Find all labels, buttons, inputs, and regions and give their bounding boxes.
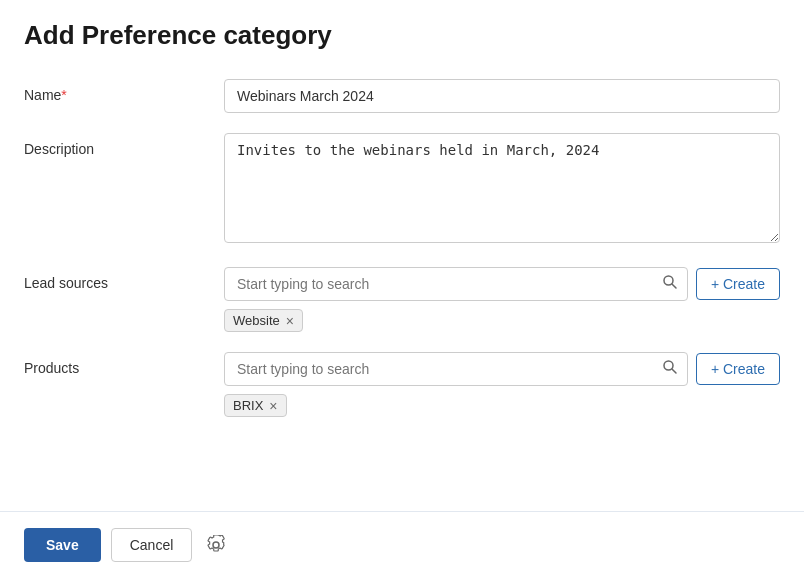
products-label: Products — [24, 352, 224, 376]
description-row: Description Invites to the webinars held… — [24, 133, 780, 247]
lead-sources-tag-list: Website × — [224, 309, 780, 332]
footer: Save Cancel — [0, 511, 804, 578]
products-input-wrapper — [224, 352, 688, 386]
save-button[interactable]: Save — [24, 528, 101, 562]
page-title: Add Preference category — [24, 20, 780, 51]
lead-sources-tag-website-remove[interactable]: × — [286, 314, 294, 328]
products-wrapper: + Create BRIX × — [224, 352, 780, 417]
lead-sources-create-button[interactable]: + Create — [696, 268, 780, 300]
products-search-input[interactable] — [224, 352, 688, 386]
lead-sources-label: Lead sources — [24, 267, 224, 291]
settings-button[interactable] — [202, 531, 230, 559]
lead-sources-search-row: + Create — [224, 267, 780, 301]
products-tag-brix-label: BRIX — [233, 398, 263, 413]
products-create-button[interactable]: + Create — [696, 353, 780, 385]
lead-sources-search-input[interactable] — [224, 267, 688, 301]
description-field-wrapper: Invites to the webinars held in March, 2… — [224, 133, 780, 247]
name-field-wrapper — [224, 79, 780, 113]
lead-sources-tag-website-label: Website — [233, 313, 280, 328]
description-input[interactable]: Invites to the webinars held in March, 2… — [224, 133, 780, 243]
main-content: Add Preference category Name* Descriptio… — [0, 0, 804, 511]
gear-icon — [206, 535, 226, 555]
name-input[interactable] — [224, 79, 780, 113]
lead-sources-row: Lead sources + Create Website — [24, 267, 780, 332]
cancel-button[interactable]: Cancel — [111, 528, 193, 562]
products-row: Products + Create BRIX × — [24, 352, 780, 417]
products-search-row: + Create — [224, 352, 780, 386]
lead-sources-tag-website: Website × — [224, 309, 303, 332]
products-tag-brix-remove[interactable]: × — [269, 399, 277, 413]
description-label: Description — [24, 133, 224, 157]
products-tag-list: BRIX × — [224, 394, 780, 417]
lead-sources-wrapper: + Create Website × — [224, 267, 780, 332]
name-label: Name* — [24, 79, 224, 103]
name-row: Name* — [24, 79, 780, 113]
lead-sources-input-wrapper — [224, 267, 688, 301]
products-tag-brix: BRIX × — [224, 394, 287, 417]
